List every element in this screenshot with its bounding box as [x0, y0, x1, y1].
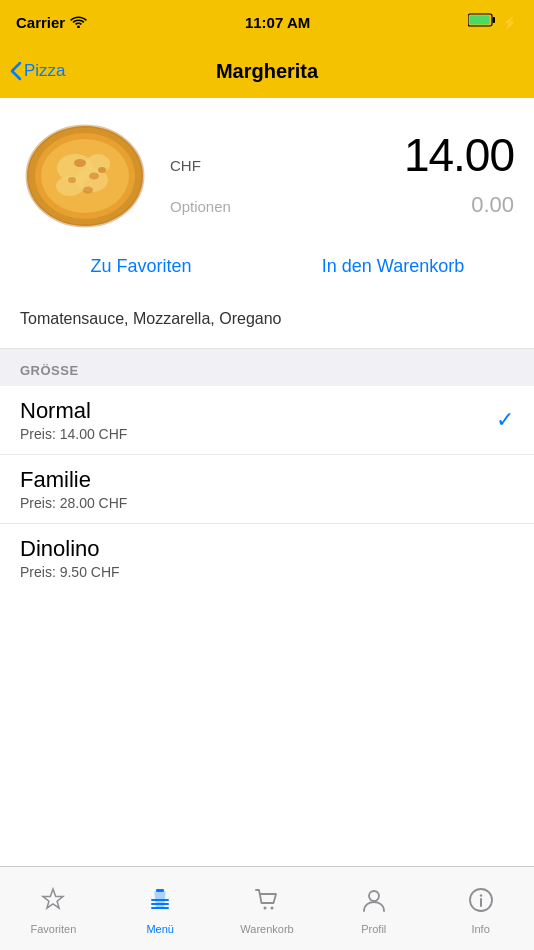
- svg-point-15: [98, 167, 106, 173]
- product-image: [20, 118, 150, 228]
- size-option-familie[interactable]: Familie Preis: 28.00 CHF: [0, 455, 534, 524]
- tab-info-label: Info: [471, 923, 489, 935]
- svg-point-12: [89, 173, 99, 180]
- size-option-normal[interactable]: Normal Preis: 14.00 CHF ✓: [0, 386, 534, 455]
- size-section: GRÖSSE Normal Preis: 14.00 CHF ✓ Familie…: [0, 349, 534, 592]
- tab-favoriten-label: Favoriten: [30, 923, 76, 935]
- product-section: CHF 14.00 Optionen 0.00: [0, 98, 534, 238]
- options-label: Optionen: [170, 198, 231, 215]
- star-icon: [40, 887, 66, 919]
- svg-point-25: [479, 894, 481, 896]
- add-to-favorites-button[interactable]: Zu Favoriten: [20, 248, 262, 285]
- size-option-dinolino-price: Preis: 9.50 CHF: [20, 564, 120, 580]
- nav-bar: Pizza Margherita: [0, 44, 534, 98]
- tab-info[interactable]: Info: [427, 879, 534, 939]
- menu-icon: [147, 887, 173, 919]
- charging-icon: ⚡: [502, 15, 518, 30]
- tab-menu[interactable]: Menü: [107, 879, 214, 939]
- status-right: ⚡: [468, 13, 518, 31]
- cart-icon: [254, 887, 280, 919]
- svg-rect-2: [492, 17, 495, 23]
- product-description: Tomatensauce, Mozzarella, Oregano: [0, 300, 534, 349]
- back-label: Pizza: [24, 61, 66, 81]
- svg-point-14: [83, 187, 93, 194]
- info-icon: [468, 887, 494, 919]
- size-option-dinolino[interactable]: Dinolino Preis: 9.50 CHF: [0, 524, 534, 592]
- size-list: Normal Preis: 14.00 CHF ✓ Familie Preis:…: [0, 386, 534, 592]
- tab-profil-label: Profil: [361, 923, 386, 935]
- tab-bar: Favoriten Menü Warenkorb: [0, 866, 534, 950]
- svg-rect-20: [151, 907, 169, 909]
- tab-warenkorb-label: Warenkorb: [240, 923, 293, 935]
- size-header: GRÖSSE: [0, 349, 534, 386]
- tab-favoriten[interactable]: Favoriten: [0, 879, 107, 939]
- size-option-normal-price: Preis: 14.00 CHF: [20, 426, 127, 442]
- profile-icon: [361, 887, 387, 919]
- svg-point-23: [369, 891, 379, 901]
- tab-warenkorb[interactable]: Warenkorb: [214, 879, 321, 939]
- svg-point-10: [86, 154, 110, 174]
- size-option-familie-name: Familie: [20, 467, 127, 493]
- status-bar: Carrier 11:07 AM ⚡: [0, 0, 534, 44]
- svg-point-13: [68, 177, 76, 183]
- add-to-cart-button[interactable]: In den Warenkorb: [272, 248, 514, 285]
- size-option-familie-info: Familie Preis: 28.00 CHF: [20, 467, 127, 511]
- svg-rect-18: [151, 899, 169, 901]
- size-option-dinolino-info: Dinolino Preis: 9.50 CHF: [20, 536, 120, 580]
- svg-point-22: [270, 906, 273, 909]
- size-option-normal-name: Normal: [20, 398, 127, 424]
- page-title: Margherita: [216, 60, 318, 83]
- tab-menu-label: Menü: [146, 923, 174, 935]
- main-content: CHF 14.00 Optionen 0.00 Zu Favoriten In …: [0, 98, 534, 592]
- wifi-icon: [70, 14, 87, 31]
- price-row: CHF 14.00: [170, 128, 514, 182]
- svg-point-0: [77, 25, 80, 27]
- action-buttons: Zu Favoriten In den Warenkorb: [0, 238, 534, 300]
- svg-point-21: [263, 906, 266, 909]
- back-button[interactable]: Pizza: [10, 61, 66, 81]
- svg-point-11: [74, 159, 86, 167]
- carrier-text: Carrier: [16, 14, 87, 31]
- battery-icon: [468, 13, 496, 31]
- options-value: 0.00: [471, 192, 514, 218]
- size-option-familie-price: Preis: 28.00 CHF: [20, 495, 127, 511]
- price-value: 14.00: [404, 128, 514, 182]
- size-option-dinolino-name: Dinolino: [20, 536, 120, 562]
- size-option-normal-check: ✓: [496, 407, 514, 433]
- svg-rect-3: [469, 16, 489, 25]
- chf-label: CHF: [170, 157, 201, 174]
- size-option-normal-info: Normal Preis: 14.00 CHF: [20, 398, 127, 442]
- status-time: 11:07 AM: [245, 14, 310, 31]
- product-pricing: CHF 14.00 Optionen 0.00: [160, 128, 514, 218]
- options-row: Optionen 0.00: [170, 192, 514, 218]
- svg-rect-19: [151, 903, 169, 905]
- tab-profil[interactable]: Profil: [320, 879, 427, 939]
